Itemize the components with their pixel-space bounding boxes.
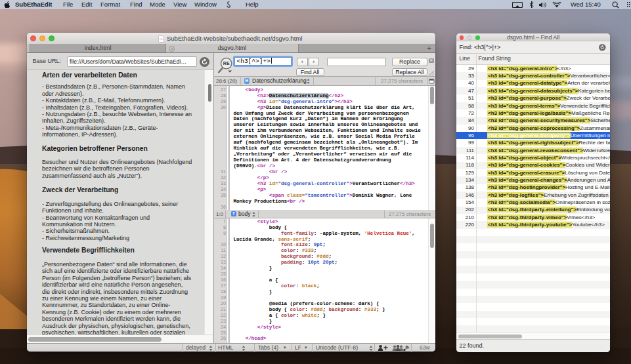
svg-text:RE: RE <box>223 61 229 66</box>
